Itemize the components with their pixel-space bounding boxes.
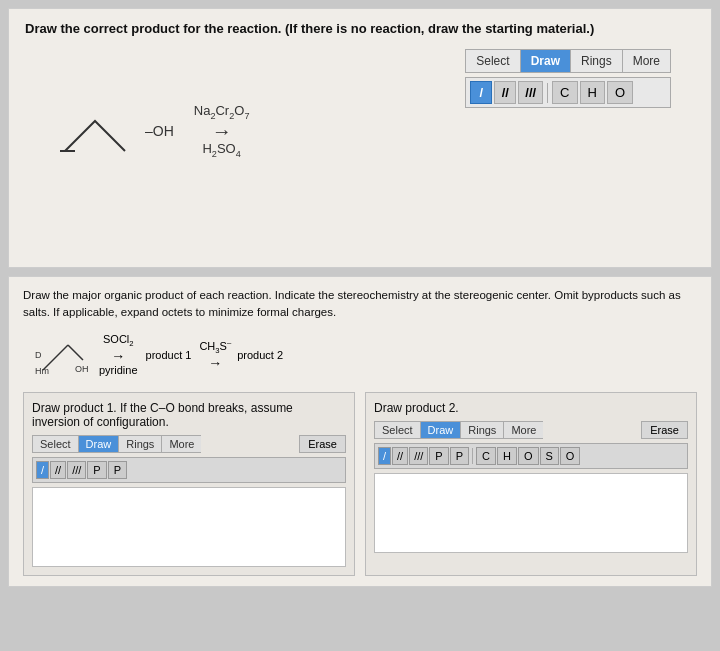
- product-panels: Draw product 1. If the C–O bond breaks, …: [23, 392, 697, 576]
- oh-group: –OH: [145, 123, 174, 139]
- p1-tool-triple[interactable]: ///: [67, 461, 86, 479]
- product1-label: product 1: [146, 349, 192, 361]
- p2-tab-rings[interactable]: Rings: [460, 421, 503, 439]
- p2-tool-h[interactable]: H: [497, 447, 517, 465]
- tool-triple-bond[interactable]: ///: [518, 81, 543, 104]
- svg-text:D: D: [35, 350, 42, 360]
- reagent-top: Na2Cr2O7: [194, 103, 250, 121]
- step1-reagents: SOCl2 → pyridine: [99, 333, 138, 376]
- arrow1: →: [111, 348, 125, 364]
- tab-rings[interactable]: Rings: [571, 50, 623, 72]
- arrow2: →: [208, 355, 222, 371]
- product1-drawing-area[interactable]: [32, 487, 346, 567]
- product2-tools: / // /// P P C H O S O: [374, 443, 688, 469]
- p1-tab-select[interactable]: Select: [32, 435, 78, 453]
- separator: [547, 83, 548, 103]
- top-panel: Draw the correct product for the reactio…: [8, 8, 712, 268]
- p2-tab-select[interactable]: Select: [374, 421, 420, 439]
- product1-tools: / // /// P P: [32, 457, 346, 483]
- p2-tool-single[interactable]: /: [378, 447, 391, 465]
- reagent-bottom: H2SO4: [202, 141, 240, 159]
- p1-tool-p2[interactable]: P: [108, 461, 127, 479]
- p1-tab-more[interactable]: More: [161, 435, 201, 453]
- product1-toolbar: Select Draw Rings More Erase: [32, 435, 346, 453]
- step2-reagents: CH3S– →: [199, 338, 231, 371]
- tool-oxygen[interactable]: O: [607, 81, 633, 104]
- product1-title: Draw product 1. If the C–O bond breaks, …: [32, 401, 346, 429]
- p2-tool-o2[interactable]: O: [560, 447, 581, 465]
- top-toolbar: Select Draw Rings More / // /// C H O: [465, 49, 671, 108]
- p2-tool-triple[interactable]: ///: [409, 447, 428, 465]
- reagent-socl2: SOCl2: [103, 333, 134, 348]
- p2-tool-p1[interactable]: P: [429, 447, 448, 465]
- p1-erase-button[interactable]: Erase: [299, 435, 346, 453]
- product2-drawing-area[interactable]: [374, 473, 688, 553]
- tool-double-bond[interactable]: //: [494, 81, 516, 104]
- tab-draw[interactable]: Draw: [521, 50, 571, 72]
- p2-erase-button[interactable]: Erase: [641, 421, 688, 439]
- svg-text:OH: OH: [75, 364, 89, 374]
- toolbar-tools: / // /// C H O: [465, 77, 671, 108]
- p1-tool-p1[interactable]: P: [87, 461, 106, 479]
- p2-tab-draw[interactable]: Draw: [420, 421, 461, 439]
- product2-title: Draw product 2.: [374, 401, 688, 415]
- p1-tool-single[interactable]: /: [36, 461, 49, 479]
- bottom-panel: Draw the major organic product of each r…: [8, 276, 712, 587]
- svg-line-2: [68, 345, 83, 360]
- product2-toolbar: Select Draw Rings More Erase: [374, 421, 688, 439]
- p2-tool-s[interactable]: S: [540, 447, 559, 465]
- product2-label: product 2: [237, 349, 283, 361]
- tab-select[interactable]: Select: [466, 50, 520, 72]
- p2-tool-o[interactable]: O: [518, 447, 539, 465]
- p2-tool-c[interactable]: C: [476, 447, 496, 465]
- svg-text:Hm: Hm: [35, 366, 49, 376]
- reaction-scheme: Hm D OH SOCl2 → pyridine product 1 CH3S–…: [33, 330, 697, 380]
- product1-panel: Draw product 1. If the C–O bond breaks, …: [23, 392, 355, 576]
- starting-material: Hm D OH: [33, 330, 93, 380]
- product2-panel: Draw product 2. Select Draw Rings More E…: [365, 392, 697, 576]
- bottom-instruction: Draw the major organic product of each r…: [23, 287, 697, 322]
- p2-sep: [472, 448, 473, 464]
- reaction-arrow: →: [212, 121, 232, 141]
- p2-tab-more[interactable]: More: [503, 421, 543, 439]
- p2-tool-p2[interactable]: P: [450, 447, 469, 465]
- tool-carbon[interactable]: C: [552, 81, 577, 104]
- p1-tab-rings[interactable]: Rings: [118, 435, 161, 453]
- p1-tool-double[interactable]: //: [50, 461, 66, 479]
- toolbar-tabs: Select Draw Rings More: [465, 49, 671, 73]
- reagent-ch3s: CH3S–: [199, 338, 231, 355]
- p2-tool-double[interactable]: //: [392, 447, 408, 465]
- top-instruction: Draw the correct product for the reactio…: [25, 21, 695, 36]
- reactant-molecule: [55, 96, 135, 166]
- tool-single-bond[interactable]: /: [470, 81, 492, 104]
- tool-hydrogen[interactable]: H: [580, 81, 605, 104]
- reagents-block: Na2Cr2O7 → H2SO4: [194, 103, 250, 158]
- p1-tab-draw[interactable]: Draw: [78, 435, 119, 453]
- reagent-pyridine: pyridine: [99, 364, 138, 376]
- tab-more[interactable]: More: [623, 50, 670, 72]
